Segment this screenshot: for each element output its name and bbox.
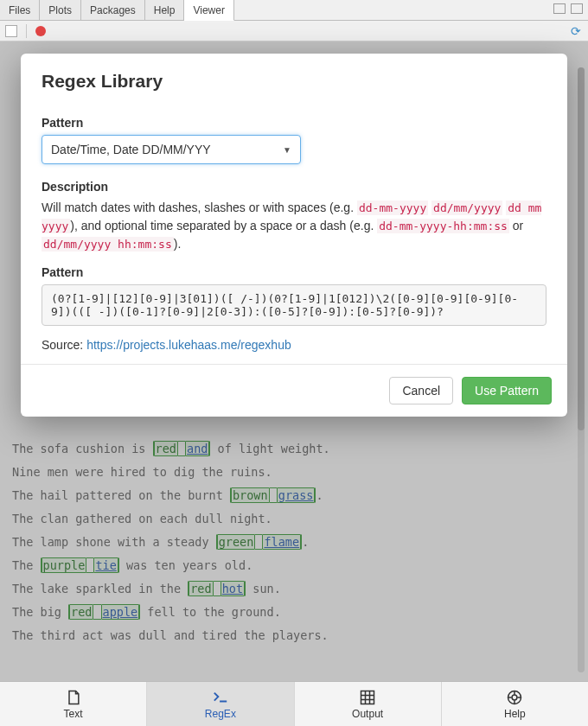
tab-viewer[interactable]: Viewer [184, 0, 233, 21]
pattern-select-label: Pattern [42, 116, 546, 130]
regex-library-modal: Regex Library Pattern Date/Time, Date DD… [21, 54, 567, 417]
tab-packages[interactable]: Packages [81, 0, 145, 20]
source-label: Source: [42, 338, 86, 352]
bottom-tabs: Text RegEx Output Help [0, 681, 588, 726]
minimize-pane-icon[interactable] [553, 3, 566, 14]
svg-rect-0 [361, 691, 374, 704]
chevron-down-icon: ▼ [283, 145, 291, 155]
modal-title: Regex Library [42, 71, 546, 92]
cancel-button[interactable]: Cancel [389, 377, 453, 404]
pattern-code-label: Pattern [42, 265, 546, 279]
pattern-code: (0?[1-9]|[12][0-9]|3[01])([ /-])(0?[1-9]… [42, 284, 546, 326]
clear-viewer-icon[interactable] [5, 25, 17, 37]
bottom-tab-output[interactable]: Output [295, 682, 442, 726]
pane-tabs: Files Plots Packages Help Viewer [0, 0, 588, 21]
tab-plots[interactable]: Plots [40, 0, 81, 20]
bottom-tab-help[interactable]: Help [442, 682, 588, 726]
tab-help[interactable]: Help [145, 0, 185, 20]
tab-files[interactable]: Files [0, 0, 40, 20]
separator [26, 24, 27, 38]
viewer-toolbar: ⟳ [0, 21, 588, 41]
maximize-pane-icon[interactable] [571, 3, 583, 14]
grid-icon [359, 689, 376, 706]
bottom-tab-label: Help [504, 708, 526, 720]
bottom-tab-label: RegEx [205, 708, 236, 720]
source-line: Source: https://projects.lukehaas.me/reg… [42, 338, 546, 352]
bottom-tab-label: Text [64, 708, 83, 720]
bottom-tab-regex[interactable]: RegEx [147, 682, 294, 726]
terminal-icon [211, 689, 230, 706]
modal-footer: Cancel Use Pattern [21, 364, 567, 417]
stop-icon[interactable] [35, 26, 46, 36]
help-icon [506, 689, 523, 706]
bottom-tab-label: Output [352, 708, 383, 720]
file-icon [65, 689, 82, 706]
refresh-icon[interactable]: ⟳ [571, 24, 581, 38]
pattern-select[interactable]: Date/Time, Date DD/MM/YYY ▼ [42, 135, 301, 164]
use-pattern-button[interactable]: Use Pattern [462, 377, 552, 404]
svg-point-2 [512, 695, 517, 700]
pattern-select-value: Date/Time, Date DD/MM/YYY [51, 143, 211, 156]
description-text: Will match dates with dashes, slashes or… [42, 199, 546, 253]
source-link[interactable]: https://projects.lukehaas.me/regexhub [86, 338, 291, 352]
bottom-tab-text[interactable]: Text [0, 682, 147, 726]
description-label: Description [42, 180, 546, 194]
